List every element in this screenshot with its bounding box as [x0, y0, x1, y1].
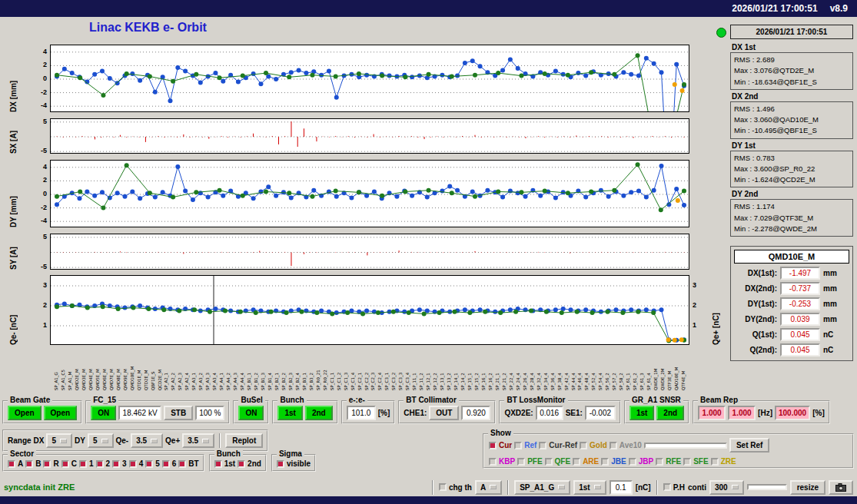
- checkbox-icon: [145, 460, 153, 468]
- range-qe-plus-select-value: 3.5: [188, 436, 198, 445]
- sector-select[interactable]: A: [475, 480, 502, 495]
- dropdown-indicator-icon: [202, 439, 209, 443]
- qe-right-tick-label: 2: [693, 301, 696, 309]
- show-rfe-checkbox[interactable]: RFE: [656, 457, 681, 466]
- show-cur-checkbox[interactable]: Cur: [489, 441, 512, 449]
- sy-left-axis: SY [A]5-5: [0, 234, 50, 270]
- dropdown-indicator-icon: [151, 439, 158, 443]
- interval-field[interactable]: [747, 484, 787, 490]
- sector-b-checkbox[interactable]: B: [25, 459, 41, 468]
- snsr-2nd-button[interactable]: 2nd: [656, 406, 684, 420]
- bunch-2nd-checkbox[interactable]: 2nd: [238, 459, 261, 468]
- fc15-voltage-field[interactable]: 18.462 kV: [118, 406, 161, 420]
- beam-gate-1-button[interactable]: Open: [8, 406, 42, 420]
- dx-2nd-bunch-series: [55, 53, 686, 112]
- replot-button[interactable]: Replot: [225, 433, 263, 448]
- sector-bt-checkbox[interactable]: BT: [178, 459, 198, 468]
- show-rfe-checkbox-label: RFE: [666, 457, 681, 466]
- threshold-field[interactable]: 0.1: [610, 480, 633, 495]
- stat-group-title: DY 1st: [732, 141, 853, 150]
- busel-group: BuSelON: [233, 400, 269, 424]
- chg-th-checkbox[interactable]: chg th: [439, 483, 472, 492]
- bunch-1st-button[interactable]: 1st: [277, 406, 302, 420]
- monitor-row-unit: mm: [823, 300, 837, 308]
- show-ave10-checkbox[interactable]: Ave10: [610, 441, 642, 449]
- show-sfe-checkbox[interactable]: SFE: [683, 457, 708, 466]
- sector-5-checkbox[interactable]: 5: [145, 459, 160, 468]
- bpm-label: SP_57_2: [612, 373, 617, 390]
- bpm-label: SP_C3_3: [398, 372, 404, 390]
- stat-group-title: DX 2nd: [732, 92, 853, 101]
- plot-row-sy: SY [A]5-5: [0, 234, 689, 270]
- range-dy-select[interactable]: 5: [88, 433, 114, 448]
- monitor-row-unit: nC: [823, 346, 833, 354]
- sector-4-checkbox[interactable]: 4: [129, 459, 144, 468]
- stat-max-line: Max : 3.600@SP_R0_22: [734, 164, 849, 174]
- dy-tick-label: 4: [43, 163, 47, 171]
- bpm-label: QCD2E_M: [158, 370, 163, 390]
- che1-value-field[interactable]: 0.920: [461, 406, 490, 420]
- dropdown-indicator-icon: [101, 439, 108, 443]
- snsr-1st-button[interactable]: 1st: [629, 406, 654, 420]
- ref-file-input[interactable]: [644, 443, 727, 449]
- monitor-row-value: 0.039: [780, 313, 820, 326]
- qxd2e-value-field[interactable]: 0.016: [536, 406, 563, 420]
- che1-out-button[interactable]: OUT: [429, 406, 459, 420]
- stat-min-line: Min : -1.624@QCD2E_M: [734, 174, 849, 185]
- sy-plot-canvas[interactable]: [50, 234, 689, 270]
- show-zre-checkbox[interactable]: ZRE: [711, 457, 736, 466]
- ph-checkbox[interactable]: P.H: [663, 483, 685, 492]
- bunch-1st-checkbox-label: 1st: [224, 459, 235, 468]
- bunch-order-select[interactable]: 1st: [573, 480, 606, 495]
- sector-c-checkbox[interactable]: C: [61, 459, 77, 468]
- monitor-select[interactable]: SP_A1_G: [514, 480, 570, 495]
- sigma-visible-checkbox[interactable]: visible: [277, 459, 311, 468]
- beam-rep-hz-unit: [Hz]: [758, 409, 772, 417]
- checkbox-icon: [61, 460, 69, 468]
- checkbox-icon: [238, 460, 245, 468]
- monitor-row-label: DY(2nd):: [734, 315, 777, 323]
- ee-ratio-field[interactable]: 101.0: [347, 406, 376, 420]
- beam-gate-2-button[interactable]: Open: [44, 406, 78, 420]
- checkbox-icon: [96, 460, 104, 468]
- sector-a-checkbox[interactable]: A: [8, 459, 23, 468]
- show-jbe-checkbox[interactable]: JBE: [601, 457, 626, 466]
- screenshot-button[interactable]: [829, 480, 853, 495]
- set-ref-button[interactable]: Set Ref: [729, 438, 769, 453]
- range-dx-select[interactable]: 5: [46, 433, 72, 448]
- bunch-1st-checkbox[interactable]: 1st: [214, 459, 235, 468]
- show-pfe-checkbox[interactable]: PFE: [517, 457, 542, 466]
- stat-group-dy-2nd: DY 2ndRMS : 1.174Max : 7.029@QTF3E_MMin …: [730, 190, 853, 237]
- dy-plot-canvas[interactable]: [50, 160, 689, 227]
- sector-r-checkbox[interactable]: R: [43, 459, 58, 468]
- show-ref-checkbox[interactable]: Ref: [514, 441, 536, 449]
- range-qe-plus-select[interactable]: 3.5: [182, 433, 214, 448]
- range-qe-minus-select[interactable]: 3.5: [131, 433, 163, 448]
- show-gold-checkbox[interactable]: Gold: [580, 441, 607, 449]
- monitor-row-value: -1.497: [780, 267, 820, 280]
- show-are-checkbox[interactable]: ARE: [573, 457, 599, 466]
- monitor-row-unit: mm: [823, 284, 837, 293]
- sector-1-checkbox[interactable]: 1: [79, 459, 94, 468]
- fc15-percent-field[interactable]: 100 %: [195, 406, 224, 420]
- busel-on-button[interactable]: ON: [238, 406, 264, 420]
- show-qfe-checkbox[interactable]: QFE: [545, 457, 571, 466]
- resize-button[interactable]: resize: [790, 480, 825, 495]
- fc15-stb-button[interactable]: STB: [164, 406, 193, 420]
- sector-2-checkbox[interactable]: 2: [96, 459, 111, 468]
- sx-plot-canvas[interactable]: [50, 118, 689, 154]
- se1-value-field[interactable]: -0.002: [585, 406, 616, 420]
- stat-min-line: Min : -10.495@QBF1E_S: [734, 125, 849, 136]
- show-jbp-checkbox[interactable]: JBP: [629, 457, 653, 466]
- bpm-label: SP_14_1: [453, 373, 459, 390]
- interval-select[interactable]: 300: [709, 480, 744, 495]
- sector-3-checkbox[interactable]: 3: [112, 459, 127, 468]
- sector-6-checkbox[interactable]: 6: [162, 459, 177, 468]
- show-cur-ref-checkbox[interactable]: Cur-Ref: [539, 441, 577, 449]
- dropdown-indicator-icon: [490, 485, 497, 489]
- qe-plot-canvas[interactable]: [50, 275, 689, 345]
- bunch-2nd-button[interactable]: 2nd: [305, 406, 333, 420]
- fc15-on-button[interactable]: ON: [91, 406, 116, 420]
- dx-plot-canvas[interactable]: [50, 45, 689, 112]
- show-kbp-checkbox[interactable]: KBP: [489, 457, 515, 466]
